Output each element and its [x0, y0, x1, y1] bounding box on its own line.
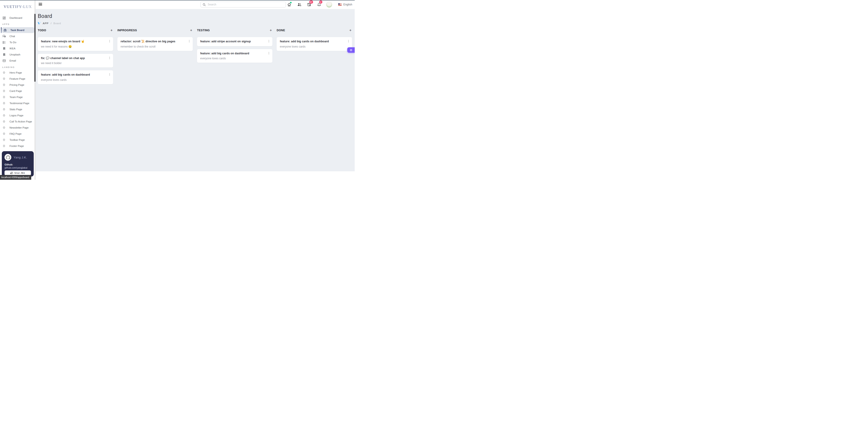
sidebar-item-hero-page[interactable]: Hero Page [0, 70, 35, 76]
task-board-icon [3, 28, 7, 32]
card-menu-button[interactable]: ⋮ [108, 73, 111, 76]
kanban-board: TODO + feature: new emojis on board 🤘 ⋮ … [38, 28, 352, 87]
sidebar-item-newsletter-page[interactable]: Newsletter Page [0, 125, 35, 130]
task-card[interactable]: feature: new emojis on board 🤘 ⋮ we need… [38, 37, 113, 51]
sidebar-item-label: Unsplash [9, 53, 20, 56]
sidebar-scrollbar-thumb[interactable] [34, 14, 35, 82]
sidebar-item-label: Card Page [9, 90, 22, 92]
dots-grid-icon [2, 132, 6, 136]
profile-name: Yang J.K. [13, 156, 27, 159]
breadcrumb: APP / Board [38, 22, 61, 25]
sidebar-item-label: Toolbar Page [9, 139, 25, 141]
github-avatar [4, 154, 11, 161]
sidebar-item-footer-page[interactable]: Footer Page [0, 143, 35, 149]
contacts-button[interactable] [294, 0, 304, 9]
sidebar-item-ikea[interactable]: IKEA [0, 46, 35, 51]
add-card-button[interactable]: + [269, 29, 272, 32]
notifications-button[interactable]: 2 [314, 0, 324, 9]
bookmark-plus-icon [2, 53, 6, 56]
github-icon [6, 155, 10, 159]
sidebar-item-pricing-page[interactable]: Pricing Page [0, 82, 35, 88]
us-flag-icon [338, 3, 342, 6]
sidebar-item-toolbar-page[interactable]: Toolbar Page [0, 137, 35, 143]
dots-grid-icon [2, 89, 6, 93]
star-me-button[interactable]: Star-Me [4, 170, 31, 175]
sidebar-item-faq-page[interactable]: FAQ Page [0, 131, 35, 137]
page-title: Board [38, 13, 52, 19]
column-title: TESTING [197, 29, 210, 32]
email-icon [2, 59, 6, 62]
sidebar-item-label: Team Page [9, 96, 23, 98]
sidebar-item-label: Call To Action Page [9, 120, 32, 123]
topbar: 9+ 2 English [35, 0, 355, 9]
sidebar-item-task-board[interactable]: Task Board [0, 27, 35, 33]
task-card[interactable]: feature: add big cards on dashboard ⋮ ev… [38, 70, 113, 84]
dots-grid-icon [2, 120, 6, 123]
app-window: 9+ 2 English Board APP / Board [0, 0, 355, 180]
dots-grid-icon [2, 83, 6, 87]
sidebar-item-to-do[interactable]: To Do [0, 39, 35, 45]
sidebar-item-testimonial-page[interactable]: Testimonial Page [0, 100, 35, 106]
breadcrumb-separator: / [51, 22, 51, 25]
column-title: TODO [38, 29, 46, 32]
card-subtitle: everyone loves cards [41, 78, 106, 82]
card-menu-button[interactable]: ⋮ [188, 39, 191, 42]
sidebar-item-call-to-action-page[interactable]: Call To Action Page [0, 119, 35, 124]
user-avatar[interactable] [326, 2, 332, 7]
dots-grid-icon [2, 108, 6, 111]
add-card-button[interactable]: + [190, 29, 193, 32]
sidebar-item-feature-page[interactable]: Feature Page [0, 76, 35, 82]
card-subtitle: everyone loves cards [200, 57, 266, 60]
github-url[interactable]: github.com/yangjiakai [4, 166, 27, 169]
task-card[interactable]: feature: add big cards on dashboard ⋮ ev… [277, 37, 352, 51]
notifications-badge: 2 [319, 0, 322, 4]
card-subtitle: remember to check the scroll [121, 45, 186, 48]
sidebar-item-team-page[interactable]: Team Page [0, 94, 35, 100]
sidebar-item-label: Logos Page [9, 114, 23, 117]
sidebar-item-email[interactable]: Email [0, 58, 35, 63]
sidebar-item-stats-page[interactable]: Stats Page [0, 107, 35, 112]
card-menu-button[interactable]: ⋮ [268, 52, 270, 55]
card-title: feature: new emojis on board 🤘 [41, 40, 106, 43]
card-menu-button[interactable]: ⋮ [268, 39, 270, 42]
card-menu-button[interactable]: ⋮ [347, 39, 350, 42]
card-menu-button[interactable]: ⋮ [108, 39, 111, 42]
card-title: refactor: scroll 📜 directive on big page… [121, 40, 186, 43]
sidebar-item-label: Feature Page [9, 78, 25, 80]
task-card[interactable]: feature: add stripe account on signup ⋮ [197, 37, 272, 46]
store-button[interactable]: 9+ [304, 0, 314, 9]
task-card[interactable]: fix: 💬 channel label on chat app ⋮ we ne… [38, 54, 113, 68]
add-card-button[interactable]: + [349, 29, 352, 32]
language-selector[interactable]: English [336, 3, 352, 6]
brand-logo[interactable]: VUETIFY-LUX [0, 4, 35, 9]
task-card[interactable]: feature: add big cards on dashboard ⋮ ev… [197, 49, 272, 63]
theme-settings-button[interactable]: ⚙ [347, 47, 355, 53]
dots-grid-icon [2, 71, 6, 75]
home-online-dot [290, 2, 291, 3]
browser-status-url: localhost:4399/apps/board [0, 175, 31, 180]
search-input[interactable] [207, 3, 284, 6]
home-button[interactable] [284, 0, 294, 9]
sidebar-item-label: FAQ Page [9, 133, 22, 135]
sidebar-item-logos-page[interactable]: Logos Page [0, 113, 35, 118]
active-item-indicator [1, 27, 2, 33]
card-title: fix: 💬 channel label on chat app [41, 57, 106, 60]
menu-toggle-button[interactable] [39, 3, 42, 6]
todo-list-icon [2, 40, 6, 44]
search-box[interactable] [200, 2, 286, 7]
card-title: feature: add stripe account on signup [200, 40, 266, 43]
top-accent-line [0, 0, 355, 0]
kanban-column-todo: TODO + feature: new emojis on board 🤘 ⋮ … [38, 28, 113, 87]
sidebar-item-chat[interactable]: Chat [0, 33, 35, 39]
sidebar-item-label: To Do [9, 41, 16, 44]
task-card[interactable]: refactor: scroll 📜 directive on big page… [117, 37, 193, 51]
card-menu-button[interactable]: ⋮ [108, 56, 111, 59]
breadcrumb-app[interactable]: APP [43, 22, 49, 25]
column-header: TESTING + [197, 28, 272, 32]
sidebar-item-card-page[interactable]: Card Page [0, 88, 35, 94]
sidebar-item-dashboard[interactable]: Dashboard [0, 15, 35, 21]
add-card-button[interactable]: + [110, 29, 113, 32]
dots-grid-icon [2, 114, 6, 117]
card-title: feature: add big cards on dashboard [41, 73, 106, 77]
sidebar-item-unsplash[interactable]: Unsplash [0, 52, 35, 57]
